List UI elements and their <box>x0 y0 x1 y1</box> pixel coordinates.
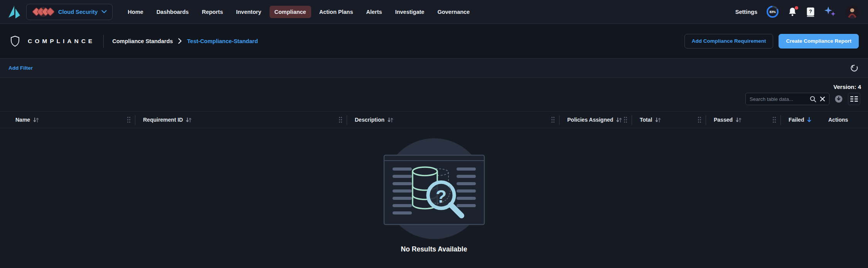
sparkles-icon <box>824 6 836 18</box>
add-compliance-requirement-button[interactable]: Add Compliance Requirement <box>684 34 774 49</box>
module-header: COMPLIANCE Compliance Standards Test-Com… <box>0 24 868 59</box>
column-drag-handle-icon[interactable] <box>624 117 627 123</box>
table-header-row: Name Requirement ID Description <box>0 111 868 128</box>
column-label[interactable]: Total <box>640 117 652 123</box>
table-toolbar <box>0 93 868 105</box>
download-button[interactable] <box>833 93 845 105</box>
empty-state-message: No Results Available <box>401 245 467 253</box>
avatar-image <box>846 5 859 18</box>
column-header-passed: Passed <box>706 112 781 128</box>
page-title: COMPLIANCE <box>28 38 95 45</box>
column-label[interactable]: Failed <box>789 117 804 123</box>
nav-item-home[interactable]: Home <box>123 6 148 18</box>
column-label: Actions <box>828 117 848 123</box>
nav-item-dashboards[interactable]: Dashboards <box>152 6 194 18</box>
nav-item-action-plans[interactable]: Action Plans <box>314 6 358 18</box>
column-drag-handle-icon[interactable] <box>698 117 701 123</box>
column-label[interactable]: Requirement ID <box>143 117 183 123</box>
columns-icon <box>850 95 858 102</box>
column-settings-button[interactable] <box>848 93 860 105</box>
no-results-illustration: ? <box>383 138 485 240</box>
sort-both-icon[interactable] <box>655 117 661 123</box>
sort-desc-active-icon[interactable] <box>807 117 812 123</box>
table-search <box>745 93 829 105</box>
search-icon[interactable] <box>810 96 816 102</box>
main-nav: Home Dashboards Reports Inventory Compli… <box>123 6 475 18</box>
column-header-policies-assigned: Policies Assigned <box>560 112 632 128</box>
column-drag-handle-icon[interactable] <box>772 117 776 123</box>
column-header-total: Total <box>632 112 706 128</box>
nav-item-investigate[interactable]: Investigate <box>390 6 430 18</box>
help-book-icon: ? <box>806 7 815 17</box>
breadcrumb: Compliance Standards Test-Compliance-Sta… <box>112 38 258 44</box>
profile-completion-badge[interactable]: 83% <box>767 6 779 18</box>
sort-both-icon[interactable] <box>185 117 192 123</box>
ai-assistant-button[interactable] <box>824 6 836 18</box>
column-header-requirement-id: Requirement ID <box>135 112 347 128</box>
add-filter-link[interactable]: Add Filter <box>8 65 33 71</box>
sort-both-icon[interactable] <box>735 117 742 123</box>
main-content: Version: 4 <box>0 78 868 267</box>
column-header-description: Description <box>347 112 560 128</box>
help-button[interactable]: ? <box>806 7 815 17</box>
download-icon <box>834 94 843 104</box>
column-header-name: Name <box>0 112 135 128</box>
filter-bar: Add Filter <box>0 59 868 78</box>
nav-item-inventory[interactable]: Inventory <box>231 6 266 18</box>
sort-both-icon[interactable] <box>387 117 394 123</box>
nav-item-reports[interactable]: Reports <box>197 6 228 18</box>
column-label[interactable]: Description <box>355 117 384 123</box>
sort-both-icon[interactable] <box>33 117 39 123</box>
column-header-failed: Failed <box>781 112 821 128</box>
empty-state: ? No Results Available <box>0 138 868 253</box>
column-drag-handle-icon[interactable] <box>339 117 342 123</box>
svg-text:?: ? <box>435 186 446 206</box>
column-header-actions: Actions <box>821 112 868 128</box>
create-compliance-report-button[interactable]: Create Compliance Report <box>779 34 859 49</box>
clear-search-icon[interactable] <box>820 96 825 102</box>
brand-logo-icon[interactable] <box>7 5 21 19</box>
column-label[interactable]: Passed <box>714 117 733 123</box>
nav-item-alerts[interactable]: Alerts <box>361 6 387 18</box>
product-switcher-dropdown[interactable]: Cloud Security <box>26 4 113 20</box>
version-label: Version: 4 <box>833 84 861 90</box>
product-diamonds-icon <box>32 7 54 17</box>
sort-both-icon[interactable] <box>616 117 622 123</box>
breadcrumb-current: Test-Compliance-Standard <box>187 38 258 44</box>
shield-icon <box>10 35 20 47</box>
chevron-down-icon <box>101 10 107 13</box>
column-label[interactable]: Name <box>15 117 30 123</box>
column-label[interactable]: Policies Assigned <box>567 117 613 123</box>
nav-item-governance[interactable]: Governance <box>432 6 475 18</box>
profile-completion-value: 83% <box>769 10 775 14</box>
reset-filters-icon[interactable] <box>849 64 859 73</box>
settings-link[interactable]: Settings <box>735 9 757 15</box>
column-drag-handle-icon[interactable] <box>127 117 131 123</box>
product-switcher-label: Cloud Security <box>58 9 98 15</box>
user-avatar[interactable] <box>846 5 859 18</box>
chevron-right-icon <box>178 38 182 44</box>
svg-text:?: ? <box>809 8 812 14</box>
top-nav: Cloud Security Home Dashboards Reports I… <box>0 0 868 24</box>
divider <box>103 35 104 48</box>
column-drag-handle-icon[interactable] <box>551 117 555 123</box>
nav-item-compliance[interactable]: Compliance <box>270 6 311 18</box>
breadcrumb-parent[interactable]: Compliance Standards <box>112 38 173 44</box>
notification-unread-dot <box>795 6 798 10</box>
notifications-button[interactable] <box>788 7 797 17</box>
search-input[interactable] <box>750 96 806 102</box>
